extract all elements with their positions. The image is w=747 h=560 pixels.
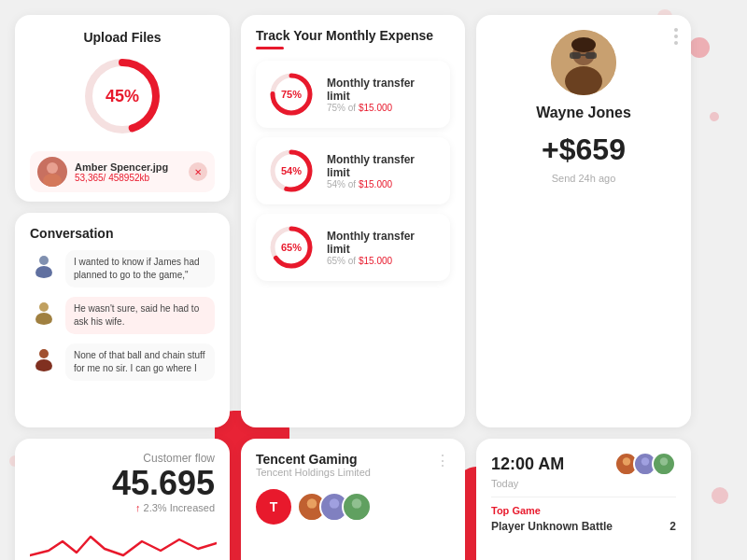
mini-donut-label-1: 75% (281, 89, 302, 100)
upload-title: Upload Files (83, 30, 161, 45)
time-game-label: Top Game (491, 505, 676, 516)
expense-title: Track Your Monthly Expense (256, 28, 450, 43)
convo-message-1: I wanted to know if James had planned to… (30, 250, 215, 287)
upload-files-card: Upload Files 45% Amber Spencer.jpg 53,36… (15, 15, 230, 202)
transfer-item-2: 54% Monthly transfer limit 54% of $15.00… (256, 137, 450, 204)
time-card: 12:00 AM Today Top Game Player Unknown B… (476, 439, 691, 560)
file-name: Amber Spencer.jpg (75, 161, 189, 173)
flow-change-pct: 2.3% (144, 502, 167, 513)
expense-divider (256, 47, 284, 49)
svg-point-15 (35, 313, 52, 325)
file-avatar (37, 157, 67, 187)
wayne-amount: +$659 (542, 133, 626, 167)
conversation-card: Conversation I wanted to know if James h… (15, 213, 230, 427)
svg-point-3 (43, 174, 62, 187)
time-avatar-group (614, 452, 676, 476)
customer-flow-card: Customer flow 45.695 ↑ 2.3% Increased (15, 439, 230, 560)
tencent-name-block: Tencent Gaming Tencent Holdings Limited (256, 452, 371, 487)
convo-message-3: None of that ball and chain stuff for me… (30, 343, 215, 381)
convo-message-2: He wasn't sure, said he had to ask his w… (30, 297, 215, 334)
time-value: 12:00 AM (491, 455, 564, 474)
file-size: 53,365/ 458952kb (75, 173, 189, 183)
tencent-menu-button[interactable]: ⋮ (435, 452, 450, 469)
wayne-menu[interactable] (674, 28, 678, 45)
svg-point-14 (39, 302, 49, 312)
file-info: Amber Spencer.jpg 53,365/ 458952kb (75, 161, 189, 183)
transfer-item-3: 65% Monthly transfer limit 65% of $15.00… (256, 214, 450, 281)
svg-point-13 (35, 266, 52, 278)
mini-donut-3: 65% (267, 223, 316, 272)
tencent-gaming-card: Tencent Gaming Tencent Holdings Limited … (241, 439, 465, 560)
convo-bubble-3: None of that ball and chain stuff for me… (65, 343, 215, 381)
conversation-title: Conversation (30, 226, 215, 241)
transfer-sub-1: 75% of $15.000 (327, 103, 439, 113)
convo-avatar-3 (30, 343, 58, 371)
time-divider (491, 497, 676, 497)
svg-point-16 (39, 349, 49, 358)
convo-avatar-2 (30, 297, 58, 325)
time-header: 12:00 AM (491, 452, 676, 476)
transfer-name-2: Monthly transfer limit (327, 153, 439, 179)
wayne-label: Send 24h ago (552, 173, 616, 184)
svg-point-2 (47, 162, 58, 174)
svg-point-33 (641, 457, 649, 465)
svg-rect-22 (570, 52, 581, 59)
transfer-name-1: Monthly transfer limit (327, 77, 439, 103)
svg-point-26 (303, 509, 320, 520)
transfer-info-2: Monthly transfer limit 54% of $15.000 (327, 153, 439, 189)
file-row: Amber Spencer.jpg 53,365/ 458952kb ✕ (30, 151, 215, 192)
time-game-count: 2 (669, 520, 676, 533)
transfer-info-1: Monthly transfer limit 75% of $15.000 (327, 77, 439, 113)
flow-wave (30, 523, 217, 560)
svg-point-31 (623, 457, 630, 465)
svg-point-36 (657, 467, 670, 474)
wayne-name: Wayne Jones (536, 105, 631, 121)
person-3 (342, 492, 372, 522)
tencent-people (297, 492, 372, 522)
convo-bubble-2: He wasn't sure, said he had to ask his w… (65, 297, 215, 334)
menu-dot-3 (674, 41, 678, 45)
tencent-subtitle: Tencent Holdings Limited (256, 467, 371, 478)
convo-avatar-1 (30, 250, 58, 278)
svg-point-27 (330, 498, 340, 509)
mini-donut-label-2: 54% (281, 165, 302, 176)
flow-change: ↑ 2.3% Increased (30, 502, 215, 513)
transfer-sub-2: 54% of $15.000 (327, 179, 439, 189)
mini-donut-1: 75% (267, 70, 316, 119)
svg-point-30 (348, 509, 365, 520)
tencent-header: Tencent Gaming Tencent Holdings Limited … (256, 452, 450, 487)
transfer-item-1: 75% Monthly transfer limit 75% of $15.00… (256, 61, 450, 128)
mini-donut-2: 54% (267, 147, 316, 195)
svg-point-20 (565, 66, 602, 95)
svg-point-34 (639, 467, 652, 474)
time-game-row: Player Unknown Battle 2 (491, 520, 676, 533)
flow-value: 45.695 (30, 465, 215, 502)
tencent-logos: T (256, 489, 450, 525)
time-avatar-3 (652, 452, 676, 476)
transfer-sub-3: 65% of $15.000 (327, 256, 439, 266)
convo-bubble-1: I wanted to know if James had planned to… (65, 250, 215, 287)
transfer-name-3: Monthly transfer limit (327, 230, 439, 256)
svg-point-25 (307, 498, 317, 509)
flow-change-label: Increased (170, 502, 215, 513)
transfer-info-3: Monthly transfer limit 65% of $15.000 (327, 230, 439, 266)
expense-card: Track Your Monthly Expense 75% Monthly t… (241, 15, 465, 427)
file-close-button[interactable]: ✕ (189, 162, 207, 181)
wayne-avatar (551, 30, 616, 95)
svg-point-32 (620, 467, 633, 474)
menu-dot-2 (674, 35, 678, 38)
wayne-jones-card: Wayne Jones +$659 Send 24h ago (476, 15, 691, 427)
svg-point-17 (35, 359, 52, 371)
svg-point-21 (571, 37, 596, 52)
menu-dot-1 (674, 28, 678, 32)
svg-point-35 (660, 457, 668, 465)
time-today: Today (491, 478, 676, 489)
tencent-logo: T (256, 489, 291, 525)
svg-point-29 (352, 498, 362, 509)
flow-label: Customer flow (30, 452, 215, 465)
time-game-name: Player Unknown Battle (491, 520, 613, 533)
upload-progress-circle: 45% (80, 54, 164, 138)
svg-rect-23 (585, 52, 597, 59)
svg-point-28 (326, 509, 343, 520)
mini-donut-label-3: 65% (281, 242, 302, 253)
